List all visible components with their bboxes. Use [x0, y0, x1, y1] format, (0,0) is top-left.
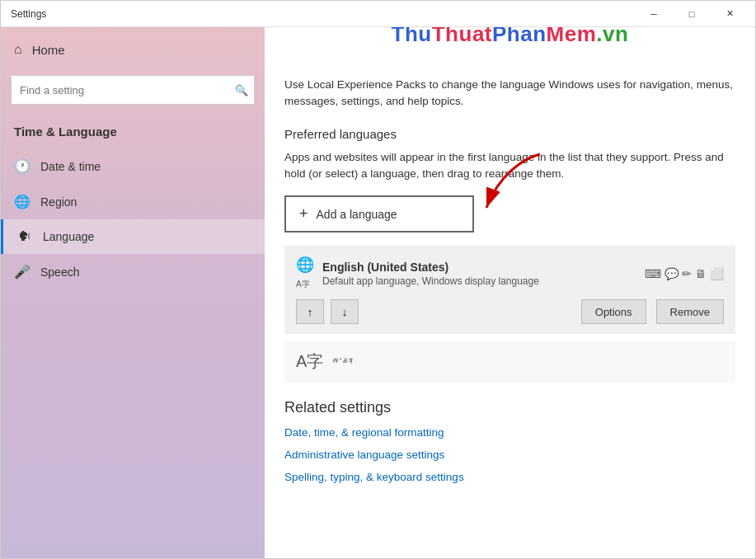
badge-keyboard-icon: ⌨ — [645, 267, 661, 280]
add-language-button[interactable]: + Add a language — [284, 195, 474, 233]
microphone-icon: 🎤 — [14, 264, 31, 280]
close-button[interactable]: ✕ — [711, 1, 749, 27]
options-button[interactable]: Options — [581, 299, 646, 324]
sidebar-item-region[interactable]: 🌐 Region — [1, 184, 265, 219]
move-down-button[interactable]: ↓ — [331, 299, 359, 324]
clock-icon: 🕐 — [14, 158, 31, 174]
plus-icon: + — [299, 205, 308, 223]
add-language-area: + Add a language — [284, 195, 474, 246]
main-content: ⌂ Home 🔍 Time & Language 🕐 Date & time 🌐… — [1, 27, 755, 558]
badge-display-icon: 🖥 — [695, 267, 707, 280]
english-language-item: 🌐A字 English (United States) Default app … — [284, 246, 735, 334]
sidebar-item-region-label: Region — [40, 195, 77, 209]
language-globe-icon: 🌐A字 — [296, 256, 314, 291]
badge-speech-icon: 💬 — [664, 267, 679, 280]
second-language-item: A字 ཨ་ཆན — [284, 341, 735, 383]
related-link-spelling[interactable]: Spelling, typing, & keyboard settings — [284, 471, 735, 483]
remove-button[interactable]: Remove — [656, 299, 724, 324]
badge-handwriting-icon: ✏ — [682, 267, 692, 280]
home-icon: ⌂ — [14, 42, 22, 57]
language-item-header: 🌐A字 English (United States) Default app … — [296, 256, 724, 291]
second-lang-text: ཨ་ཆན — [331, 356, 351, 368]
content-scroll: Use Local Experience Packs to change the… — [284, 77, 735, 483]
sidebar-item-language-label: Language — [43, 230, 94, 243]
sidebar-item-date-time-label: Date & time — [40, 160, 101, 173]
add-language-label: Add a language — [317, 208, 397, 221]
preferred-desc-text: Apps and websites will appear in the fir… — [284, 149, 735, 183]
maximize-button[interactable]: □ — [673, 1, 711, 27]
lang-desc: Default app language, Windows display la… — [322, 275, 539, 287]
globe-icon: 🌐 — [14, 194, 31, 209]
search-input[interactable] — [11, 75, 255, 105]
lang-name-area: 🌐A字 English (United States) Default app … — [296, 256, 539, 291]
home-label: Home — [32, 43, 65, 57]
lang-badges: ⌨ 💬 ✏ 🖥 ⬜ — [645, 267, 724, 280]
content-area: ThuThuatPhanMem.vn Use Local Experience … — [265, 27, 755, 558]
preferred-languages-heading: Preferred languages — [284, 127, 735, 141]
sidebar-section-title: Time & Language — [1, 118, 265, 148]
titlebar: Settings ─ □ ✕ — [1, 1, 755, 27]
lang-actions: ↑ ↓ Options Remove — [296, 299, 724, 324]
language-icon: 🗣 — [16, 229, 33, 244]
related-link-admin[interactable]: Administrative language settings — [284, 449, 735, 461]
minimize-button[interactable]: ─ — [635, 1, 673, 27]
badge-star-icon: ⬜ — [710, 267, 724, 280]
window-controls: ─ □ ✕ — [635, 1, 749, 27]
move-up-button[interactable]: ↑ — [296, 299, 324, 324]
sidebar-item-date-time[interactable]: 🕐 Date & time — [1, 148, 265, 184]
lang-name: English (United States) — [322, 261, 539, 274]
local-exp-description: Use Local Experience Packs to change the… — [284, 77, 735, 110]
related-settings-heading: Related settings — [284, 399, 735, 416]
search-box: 🔍 — [11, 75, 255, 105]
sidebar-item-language[interactable]: 🗣 Language — [1, 219, 265, 254]
sidebar-item-speech[interactable]: 🎤 Speech — [1, 254, 265, 289]
sidebar-item-speech-label: Speech — [40, 265, 79, 279]
window-title: Settings — [11, 8, 46, 20]
sidebar: ⌂ Home 🔍 Time & Language 🕐 Date & time 🌐… — [1, 27, 265, 558]
watermark: ThuThuatPhanMem.vn — [265, 27, 755, 63]
second-lang-icon: A字 — [296, 350, 323, 373]
settings-window: Settings ─ □ ✕ ⌂ Home 🔍 Time & Language … — [0, 0, 756, 559]
related-link-date-time[interactable]: Date, time, & regional formatting — [284, 426, 735, 439]
lang-info: English (United States) Default app lang… — [322, 261, 539, 287]
search-icon: 🔍 — [235, 84, 248, 96]
sidebar-item-home[interactable]: ⌂ Home — [1, 27, 265, 72]
